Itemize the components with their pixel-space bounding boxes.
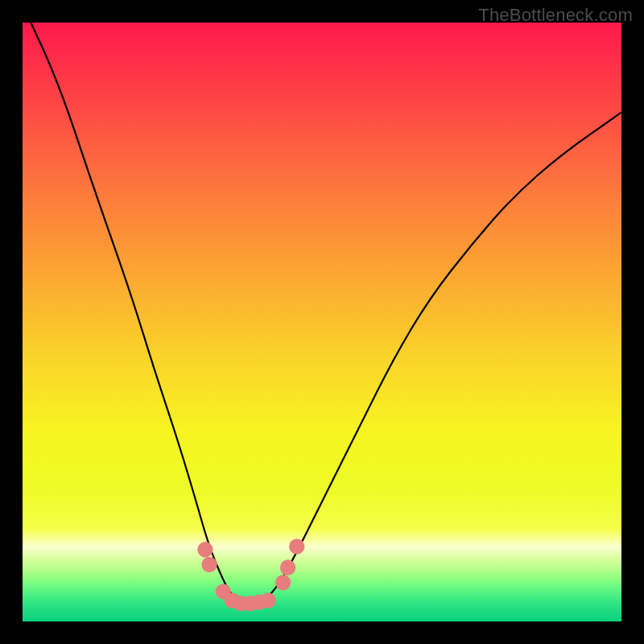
marker-dot	[197, 542, 213, 557]
plot-frame	[23, 23, 621, 621]
marker-dot	[275, 575, 291, 590]
watermark-text: TheBottleneck.com	[478, 5, 633, 26]
chart-canvas	[23, 23, 621, 621]
marker-dot	[289, 539, 304, 554]
marker-dot	[201, 557, 217, 572]
marker-dot	[260, 592, 275, 608]
marker-dot	[280, 559, 295, 575]
gradient-background	[23, 23, 621, 621]
